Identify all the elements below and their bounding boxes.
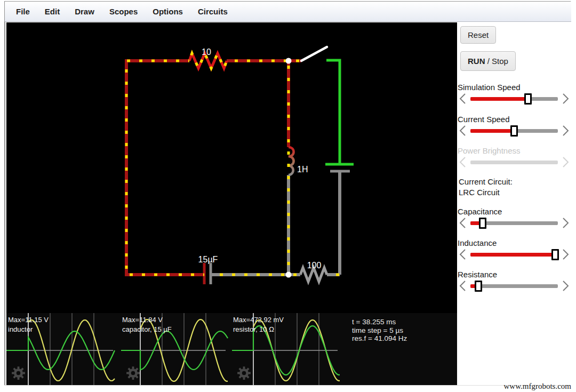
stop-label: / Stop — [485, 57, 508, 66]
scope-3-label: Max=472.92 mVresistor, 10 Ω — [233, 315, 284, 334]
red-wire-loop[interactable] — [126, 61, 301, 275]
menu-circuits[interactable]: Circuits — [198, 7, 228, 16]
resistor-100-branch[interactable]: 100 — [289, 261, 340, 282]
slider-handle[interactable] — [475, 281, 482, 292]
simulation-speed-label: Simulation Speed — [458, 83, 571, 92]
capacitor-label: 15µF — [198, 255, 218, 264]
current-speed-control: Current Speed — [458, 115, 571, 137]
slider-handle[interactable] — [479, 218, 486, 229]
control-sidebar: Reset RUN / Stop Simulation Speed Curren… — [457, 22, 571, 385]
resistance-label: Resistance — [458, 270, 571, 279]
slider-decrease-arrow[interactable] — [458, 280, 469, 292]
scope-3-max: Max=472.92 mV — [233, 316, 284, 324]
slider-track — [470, 161, 558, 164]
simulation-status: t = 38.255 ms time step = 5 µs res.f = 4… — [352, 318, 407, 343]
capacitor-15uf[interactable]: 15µF — [198, 255, 289, 284]
slider-decrease-arrow[interactable] — [458, 125, 469, 137]
slider-track[interactable] — [470, 284, 558, 288]
slider-handle[interactable] — [551, 249, 559, 260]
current-circuit-info: Current Circuit: LRC Circuit — [459, 177, 513, 198]
scope-1-label: Max=11.15 Vinductor — [8, 315, 49, 334]
slider-fill — [470, 129, 514, 133]
menu-scopes[interactable]: Scopes — [109, 7, 138, 16]
slider-increase-arrow[interactable] — [559, 280, 571, 292]
capacitance-label: Capacitance — [458, 207, 571, 217]
scope-3-settings-gear-icon[interactable] — [237, 366, 251, 380]
power-brightness-control: Power Brightness — [458, 146, 571, 169]
scope-1-settings-gear-icon[interactable] — [11, 366, 26, 380]
slider-fill — [470, 97, 528, 101]
scope-1-max: Max=11.15 V — [8, 316, 49, 324]
menu-edit[interactable]: Edit — [45, 7, 60, 16]
circuit-drawing: 10 1H 100 — [6, 22, 457, 313]
menu-file[interactable]: File — [16, 7, 30, 16]
watermark: www.mfgrobots.com — [503, 382, 571, 391]
slider-increase-arrow[interactable] — [559, 249, 571, 260]
node-dot-bottom — [286, 272, 292, 278]
status-resonant-frequency: res.f = 41.094 Hz — [352, 334, 407, 343]
scope-panel: Max=11.15 Vinductor Max=11.84 Vcapacitor… — [6, 313, 457, 385]
slider-fill — [470, 253, 555, 257]
scope-1-element: inductor — [8, 325, 33, 333]
switch-open[interactable] — [301, 47, 327, 61]
slider-handle[interactable] — [524, 93, 532, 105]
scope-2-settings-gear-icon[interactable] — [126, 366, 140, 380]
slider-track[interactable] — [470, 97, 558, 101]
circuit-canvas[interactable]: 10 1H 100 — [6, 22, 457, 313]
current-dots — [126, 53, 340, 275]
slider-track[interactable] — [470, 253, 558, 257]
slider-decrease-arrow — [458, 156, 469, 168]
scope-2-element: capacitor, 15 µF — [122, 325, 172, 333]
simulation-speed-control: Simulation Speed — [458, 83, 571, 105]
power-brightness-label: Power Brightness — [458, 146, 571, 156]
voltage-source[interactable] — [325, 60, 354, 275]
menu-draw[interactable]: Draw — [75, 7, 94, 16]
scope-3-element: resistor, 10 Ω — [233, 325, 274, 333]
slider-handle[interactable] — [510, 125, 518, 137]
slider-decrease-arrow[interactable] — [458, 217, 469, 229]
current-speed-label: Current Speed — [458, 115, 571, 124]
slider-decrease-arrow[interactable] — [458, 249, 469, 260]
scope-2-max: Max=11.84 V — [122, 316, 163, 324]
resistor-100-label: 100 — [307, 261, 322, 270]
inductor-branch[interactable]: 1H — [289, 61, 308, 275]
run-label: RUN — [468, 57, 485, 66]
slider-increase-arrow[interactable] — [559, 125, 571, 137]
inductance-control: Inductance — [458, 238, 571, 261]
slider-track[interactable] — [470, 221, 558, 225]
slider-track[interactable] — [470, 129, 558, 133]
slider-increase-arrow[interactable] — [559, 217, 571, 229]
status-timestep: time step = 5 µs — [352, 326, 407, 335]
inductor-label: 1H — [297, 165, 308, 174]
resistance-control: Resistance — [458, 270, 571, 292]
inductor-coil[interactable] — [289, 147, 294, 175]
node-dot-top — [286, 58, 292, 64]
current-circuit-label: Current Circuit: — [459, 177, 513, 187]
frame-border-left — [4, 1, 5, 386]
menu-bar: File Edit Draw Scopes Options Circuits — [5, 2, 571, 22]
status-time: t = 38.255 ms — [352, 318, 407, 326]
scope-2-label: Max=11.84 Vcapacitor, 15 µF — [122, 315, 172, 334]
slider-increase-arrow[interactable] — [559, 93, 571, 105]
capacitance-control: Capacitance — [458, 207, 571, 229]
slider-increase-arrow — [559, 156, 571, 168]
slider-decrease-arrow[interactable] — [458, 93, 469, 105]
reset-button[interactable]: Reset — [460, 26, 496, 44]
inductance-label: Inductance — [458, 238, 571, 248]
current-circuit-name: LRC Circuit — [459, 187, 513, 198]
run-stop-button[interactable]: RUN / Stop — [460, 51, 516, 71]
menu-options[interactable]: Options — [153, 7, 183, 16]
frame-border-bottom — [4, 385, 571, 386]
